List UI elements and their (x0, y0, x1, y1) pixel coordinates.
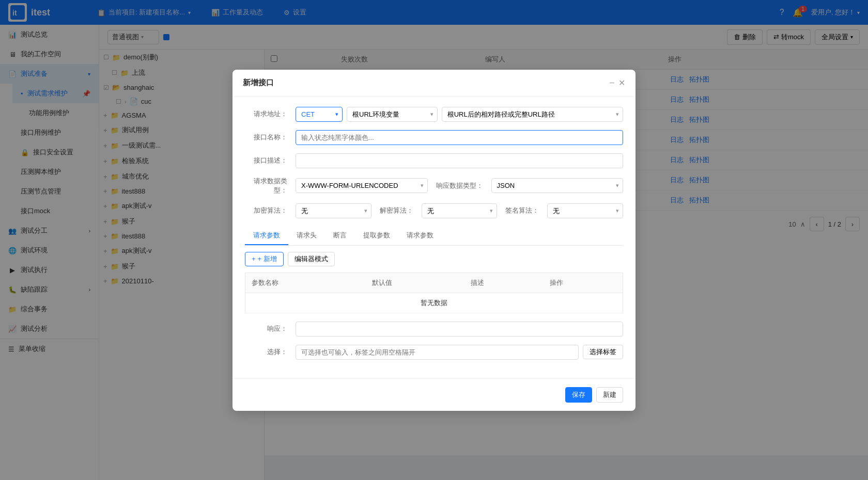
plus-icon: + (252, 255, 256, 263)
request-data-type-label: 请求数据类型： (245, 177, 291, 195)
data-type-content: X-WWW-FORM-URLENCODED JSON FORM-DATA RAW… (296, 178, 623, 193)
method-select-wrapper: CET GET POST PUT DELETE PATCH (296, 107, 343, 122)
response-data-type-label: 响应数据类型： (436, 181, 483, 190)
save-label: 保存 (572, 390, 585, 399)
param-col-name: 参数名称 (245, 273, 366, 293)
response-input[interactable] (296, 322, 623, 337)
algorithm-row: 加密算法： 无 AES DES RSA 解密算法： 无 (245, 203, 623, 218)
tab-actions: + + 新增 编辑器模式 (245, 252, 623, 266)
tab-assertion[interactable]: 断言 (325, 227, 355, 245)
param-col-desc: 描述 (464, 273, 543, 293)
request-url-row: 请求地址： CET GET POST PUT DELETE PATCH (245, 107, 623, 122)
modal-title: 新增接口 (243, 78, 274, 88)
url-env-wrapper: 根URL环境变量 (347, 107, 438, 122)
response-content (296, 322, 623, 337)
interface-name-input[interactable] (296, 130, 623, 145)
algorithm-content: 无 AES DES RSA 解密算法： 无 AES DES RSA (296, 203, 623, 218)
select-tag-label: 选择标签 (590, 347, 616, 357)
modal-overlay: 新增接口 – ✕ 请求地址： CET GET POST PUT (0, 0, 868, 480)
interface-desc-content (296, 153, 623, 168)
param-table: 参数名称 默认值 描述 操作 暂无数据 (245, 273, 623, 313)
add-param-label: + 新增 (258, 254, 277, 264)
response-label: 响应： (245, 324, 291, 333)
response-row: 响应： (245, 322, 623, 337)
decrypt-select[interactable]: 无 AES DES RSA (422, 203, 498, 218)
decrypt-wrapper: 无 AES DES RSA (422, 203, 498, 218)
modal-close-area: – ✕ (610, 78, 625, 88)
param-col-actions: 操作 (544, 273, 623, 293)
modal-footer: 保存 新建 (233, 378, 636, 411)
request-data-type-select[interactable]: X-WWW-FORM-URLENCODED JSON FORM-DATA RAW (296, 178, 428, 193)
interface-name-row: 接口名称： (245, 130, 623, 145)
empty-state-text: 暂无数据 (245, 293, 623, 313)
interface-desc-input[interactable] (296, 153, 623, 168)
editor-mode-label: 编辑器模式 (295, 254, 328, 264)
select-label: 选择： (245, 347, 291, 357)
data-type-row: 请求数据类型： X-WWW-FORM-URLENCODED JSON FORM-… (245, 177, 623, 195)
request-data-type-wrapper: X-WWW-FORM-URLENCODED JSON FORM-DATA RAW (296, 178, 428, 193)
minimize-icon[interactable]: – (610, 78, 614, 87)
url-path-wrapper: 根URL后的相对路径或完整URL路径 (442, 107, 623, 122)
encrypt-select[interactable]: 无 AES DES RSA (296, 203, 371, 218)
param-tabs: 请求参数 请求头 断言 提取参数 请求参数 (245, 227, 623, 246)
tab-request-headers[interactable]: 请求头 (288, 227, 325, 245)
sign-label: 签名算法： (505, 206, 539, 215)
select-content: 选择标签 (296, 345, 623, 360)
response-data-type-select[interactable]: JSON XML TEXT (491, 178, 624, 193)
tab-request-params[interactable]: 请求参数 (245, 227, 288, 245)
method-select[interactable]: CET GET POST PUT DELETE PATCH (296, 107, 343, 122)
new-button[interactable]: 新建 (596, 387, 623, 403)
empty-state-row: 暂无数据 (245, 293, 623, 313)
select-row: 选择： 选择标签 (245, 345, 623, 360)
modal-body: 请求地址： CET GET POST PUT DELETE PATCH (233, 97, 636, 378)
tab-request-params-2[interactable]: 请求参数 (398, 227, 442, 245)
tab-extract-params[interactable]: 提取参数 (355, 227, 398, 245)
param-col-default: 默认值 (366, 273, 465, 293)
select-tag-input[interactable] (296, 345, 579, 360)
request-url-label: 请求地址： (245, 109, 291, 119)
encrypt-wrapper: 无 AES DES RSA (296, 203, 371, 218)
decrypt-label: 解密算法： (380, 206, 413, 215)
interface-desc-row: 接口描述： (245, 153, 623, 168)
request-url-content: CET GET POST PUT DELETE PATCH 根URL环境变量 (296, 107, 623, 122)
url-path-select[interactable]: 根URL后的相对路径或完整URL路径 (442, 107, 623, 122)
url-env-select[interactable]: 根URL环境变量 (347, 107, 438, 122)
response-data-type-wrapper: JSON XML TEXT (491, 178, 624, 193)
add-param-button[interactable]: + + 新增 (245, 252, 284, 266)
add-interface-modal: 新增接口 – ✕ 请求地址： CET GET POST PUT (233, 70, 636, 411)
sign-wrapper: 无 MD5 SHA1 (547, 203, 623, 218)
interface-name-content (296, 130, 623, 145)
interface-desc-label: 接口描述： (245, 156, 291, 165)
encrypt-label: 加密算法： (245, 206, 291, 215)
editor-mode-button[interactable]: 编辑器模式 (288, 252, 335, 266)
interface-name-label: 接口名称： (245, 133, 291, 142)
select-tag-button[interactable]: 选择标签 (583, 345, 623, 359)
modal-header: 新增接口 – ✕ (233, 70, 636, 97)
close-icon[interactable]: ✕ (618, 78, 625, 88)
save-button[interactable]: 保存 (565, 387, 592, 403)
new-label: 新建 (603, 390, 616, 399)
sign-select[interactable]: 无 MD5 SHA1 (547, 203, 623, 218)
